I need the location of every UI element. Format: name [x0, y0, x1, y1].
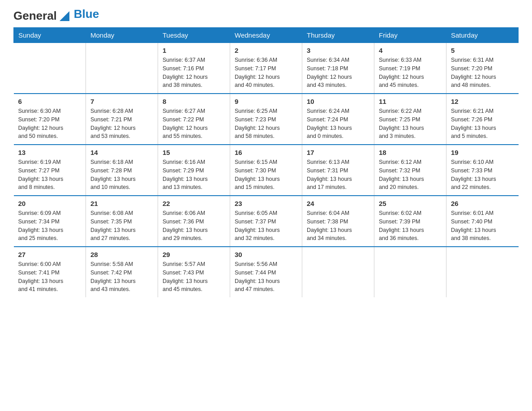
day-number: 13 — [18, 149, 82, 156]
day-number: 2 — [235, 47, 297, 54]
day-number: 11 — [379, 98, 442, 105]
day-number: 5 — [451, 47, 514, 54]
day-number: 14 — [90, 149, 153, 156]
day-info: Sunrise: 6:09 AM Sunset: 7:34 PM Dayligh… — [18, 209, 82, 243]
day-number: 18 — [379, 149, 442, 156]
calendar-cell: 22Sunrise: 6:06 AM Sunset: 7:36 PM Dayli… — [158, 196, 230, 247]
calendar-cell — [86, 43, 158, 94]
calendar-cell — [446, 247, 519, 297]
calendar-cell: 2Sunrise: 6:36 AM Sunset: 7:17 PM Daylig… — [230, 43, 302, 94]
day-number: 22 — [163, 200, 225, 207]
day-info: Sunrise: 6:15 AM Sunset: 7:30 PM Dayligh… — [235, 158, 297, 192]
calendar-cell: 13Sunrise: 6:19 AM Sunset: 7:27 PM Dayli… — [14, 145, 86, 196]
calendar-cell: 5Sunrise: 6:31 AM Sunset: 7:20 PM Daylig… — [446, 43, 519, 94]
day-info: Sunrise: 6:05 AM Sunset: 7:37 PM Dayligh… — [235, 209, 297, 243]
calendar-cell: 1Sunrise: 6:37 AM Sunset: 7:16 PM Daylig… — [158, 43, 230, 94]
day-number: 29 — [163, 251, 225, 258]
day-info: Sunrise: 6:04 AM Sunset: 7:38 PM Dayligh… — [307, 209, 369, 243]
header-friday: Friday — [374, 28, 446, 43]
calendar-header-row: SundayMondayTuesdayWednesdayThursdayFrid… — [14, 28, 519, 43]
day-info: Sunrise: 6:16 AM Sunset: 7:29 PM Dayligh… — [163, 158, 225, 192]
day-number: 7 — [90, 98, 153, 105]
calendar-cell: 25Sunrise: 6:02 AM Sunset: 7:39 PM Dayli… — [374, 196, 446, 247]
day-number: 19 — [451, 149, 514, 156]
calendar-cell: 19Sunrise: 6:10 AM Sunset: 7:33 PM Dayli… — [446, 145, 519, 196]
day-info: Sunrise: 6:02 AM Sunset: 7:39 PM Dayligh… — [379, 209, 442, 243]
day-info: Sunrise: 6:21 AM Sunset: 7:26 PM Dayligh… — [451, 107, 514, 141]
header-thursday: Thursday — [302, 28, 374, 43]
day-number: 24 — [307, 200, 369, 207]
day-info: Sunrise: 6:34 AM Sunset: 7:18 PM Dayligh… — [307, 56, 369, 90]
logo: General Blue — [13, 9, 99, 23]
day-number: 21 — [90, 200, 153, 207]
day-info: Sunrise: 6:33 AM Sunset: 7:19 PM Dayligh… — [379, 56, 442, 90]
day-number: 20 — [18, 200, 82, 207]
day-info: Sunrise: 6:06 AM Sunset: 7:36 PM Dayligh… — [163, 209, 225, 243]
day-info: Sunrise: 6:19 AM Sunset: 7:27 PM Dayligh… — [18, 158, 82, 192]
calendar-cell: 23Sunrise: 6:05 AM Sunset: 7:37 PM Dayli… — [230, 196, 302, 247]
day-number: 27 — [18, 251, 82, 258]
day-number: 10 — [307, 98, 369, 105]
day-info: Sunrise: 6:37 AM Sunset: 7:16 PM Dayligh… — [163, 56, 225, 90]
calendar-week-row: 27Sunrise: 6:00 AM Sunset: 7:41 PM Dayli… — [14, 247, 519, 297]
day-info: Sunrise: 6:25 AM Sunset: 7:23 PM Dayligh… — [235, 107, 297, 141]
calendar-table: SundayMondayTuesdayWednesdayThursdayFrid… — [13, 27, 519, 297]
calendar-cell: 24Sunrise: 6:04 AM Sunset: 7:38 PM Dayli… — [302, 196, 374, 247]
calendar-cell — [14, 43, 86, 94]
day-info: Sunrise: 6:27 AM Sunset: 7:22 PM Dayligh… — [163, 107, 225, 141]
day-info: Sunrise: 6:24 AM Sunset: 7:24 PM Dayligh… — [307, 107, 369, 141]
day-number: 25 — [379, 200, 442, 207]
calendar-cell: 26Sunrise: 6:01 AM Sunset: 7:40 PM Dayli… — [446, 196, 519, 247]
day-number: 17 — [307, 149, 369, 156]
day-number: 3 — [307, 47, 369, 54]
day-info: Sunrise: 5:58 AM Sunset: 7:42 PM Dayligh… — [90, 260, 153, 294]
day-number: 16 — [235, 149, 297, 156]
day-info: Sunrise: 6:22 AM Sunset: 7:25 PM Dayligh… — [379, 107, 442, 141]
svg-marker-0 — [60, 11, 69, 21]
calendar-cell — [374, 247, 446, 297]
calendar-cell: 7Sunrise: 6:28 AM Sunset: 7:21 PM Daylig… — [86, 94, 158, 145]
calendar-week-row: 20Sunrise: 6:09 AM Sunset: 7:34 PM Dayli… — [14, 196, 519, 247]
logo-triangle-icon — [60, 11, 69, 21]
header-tuesday: Tuesday — [158, 28, 230, 43]
calendar-cell — [302, 247, 374, 297]
calendar-cell: 4Sunrise: 6:33 AM Sunset: 7:19 PM Daylig… — [374, 43, 446, 94]
logo-text-blue: Blue — [74, 7, 99, 21]
day-number: 6 — [18, 98, 82, 105]
day-info: Sunrise: 6:31 AM Sunset: 7:20 PM Dayligh… — [451, 56, 514, 90]
calendar-cell: 14Sunrise: 6:18 AM Sunset: 7:28 PM Dayli… — [86, 145, 158, 196]
day-info: Sunrise: 6:28 AM Sunset: 7:21 PM Dayligh… — [90, 107, 153, 141]
day-number: 26 — [451, 200, 514, 207]
calendar-cell: 8Sunrise: 6:27 AM Sunset: 7:22 PM Daylig… — [158, 94, 230, 145]
calendar-cell: 12Sunrise: 6:21 AM Sunset: 7:26 PM Dayli… — [446, 94, 519, 145]
calendar-cell: 15Sunrise: 6:16 AM Sunset: 7:29 PM Dayli… — [158, 145, 230, 196]
calendar-cell: 16Sunrise: 6:15 AM Sunset: 7:30 PM Dayli… — [230, 145, 302, 196]
day-info: Sunrise: 6:18 AM Sunset: 7:28 PM Dayligh… — [90, 158, 153, 192]
header-saturday: Saturday — [446, 28, 519, 43]
calendar-cell: 18Sunrise: 6:12 AM Sunset: 7:32 PM Dayli… — [374, 145, 446, 196]
calendar-cell: 30Sunrise: 5:56 AM Sunset: 7:44 PM Dayli… — [230, 247, 302, 297]
calendar-cell: 28Sunrise: 5:58 AM Sunset: 7:42 PM Dayli… — [86, 247, 158, 297]
day-number: 9 — [235, 98, 297, 105]
day-number: 30 — [235, 251, 297, 258]
calendar-cell: 6Sunrise: 6:30 AM Sunset: 7:20 PM Daylig… — [14, 94, 86, 145]
calendar-cell: 17Sunrise: 6:13 AM Sunset: 7:31 PM Dayli… — [302, 145, 374, 196]
day-info: Sunrise: 6:10 AM Sunset: 7:33 PM Dayligh… — [451, 158, 514, 192]
calendar-cell: 10Sunrise: 6:24 AM Sunset: 7:24 PM Dayli… — [302, 94, 374, 145]
day-number: 4 — [379, 47, 442, 54]
day-info: Sunrise: 6:00 AM Sunset: 7:41 PM Dayligh… — [18, 260, 82, 294]
calendar-week-row: 1Sunrise: 6:37 AM Sunset: 7:16 PM Daylig… — [14, 43, 519, 94]
day-number: 28 — [90, 251, 153, 258]
day-info: Sunrise: 6:01 AM Sunset: 7:40 PM Dayligh… — [451, 209, 514, 243]
calendar-cell: 29Sunrise: 5:57 AM Sunset: 7:43 PM Dayli… — [158, 247, 230, 297]
day-number: 12 — [451, 98, 514, 105]
day-number: 15 — [163, 149, 225, 156]
day-number: 1 — [163, 47, 225, 54]
day-info: Sunrise: 6:36 AM Sunset: 7:17 PM Dayligh… — [235, 56, 297, 90]
calendar-cell: 11Sunrise: 6:22 AM Sunset: 7:25 PM Dayli… — [374, 94, 446, 145]
day-number: 23 — [235, 200, 297, 207]
calendar-cell: 9Sunrise: 6:25 AM Sunset: 7:23 PM Daylig… — [230, 94, 302, 145]
header-sunday: Sunday — [14, 28, 86, 43]
calendar-week-row: 13Sunrise: 6:19 AM Sunset: 7:27 PM Dayli… — [14, 145, 519, 196]
day-info: Sunrise: 6:13 AM Sunset: 7:31 PM Dayligh… — [307, 158, 369, 192]
